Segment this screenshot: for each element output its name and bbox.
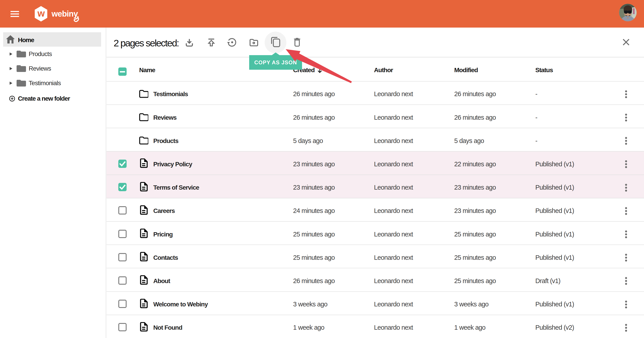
svg-text:w: w bbox=[37, 8, 45, 18]
svg-text:webiny: webiny bbox=[51, 9, 78, 18]
